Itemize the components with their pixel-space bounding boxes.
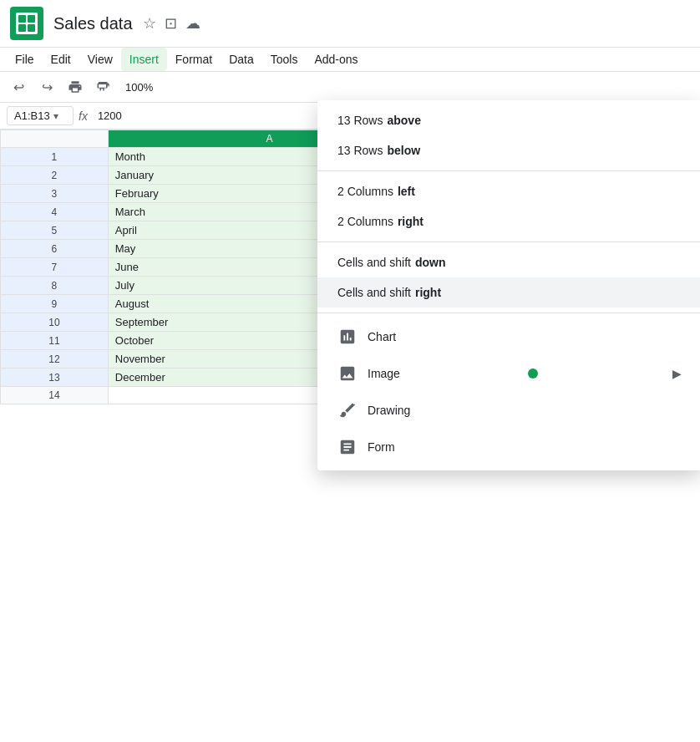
green-dot-indicator: [528, 368, 538, 379]
cols-left-label: 2 Columns left: [337, 185, 415, 198]
menu-data[interactable]: Data: [221, 48, 262, 71]
row-header-10: 10: [1, 313, 109, 332]
cell-reference[interactable]: A1:B13 ▾: [7, 106, 74, 125]
cells-shift-down-label: Cells and shift down: [337, 256, 445, 269]
cols-right-label: 2 Columns right: [337, 215, 424, 228]
cell-ref-value: A1:B13: [14, 109, 50, 122]
row-header-1: 1: [1, 148, 109, 166]
insert-cells-shift-down[interactable]: Cells and shift down: [317, 247, 700, 277]
insert-rows-below[interactable]: 13 Rows below: [317, 135, 700, 165]
paint-format-button[interactable]: [92, 75, 115, 99]
insert-drawing[interactable]: Drawing: [317, 392, 700, 429]
image-icon: [337, 363, 358, 384]
row-header-3: 3: [1, 185, 109, 203]
file-title: Sales data: [53, 14, 133, 33]
image-label: Image: [368, 367, 400, 380]
save-icon[interactable]: ⊡: [165, 14, 177, 33]
insert-cols-left[interactable]: 2 Columns left: [317, 176, 700, 206]
undo-button[interactable]: ↩: [7, 75, 30, 99]
menu-view[interactable]: View: [79, 48, 121, 71]
cloud-icon[interactable]: ☁: [185, 14, 200, 33]
row-header-11: 11: [1, 332, 109, 350]
rows-above-label: 13 Rows above: [337, 114, 421, 127]
menubar: File Edit View Insert Format Data Tools …: [0, 48, 700, 72]
arrow-right-icon: ▶: [672, 367, 682, 380]
row-header-13: 13: [1, 368, 109, 387]
zoom-level[interactable]: 100%: [120, 78, 158, 97]
fx-icon: fx: [79, 109, 88, 123]
cells-shift-right-label: Cells and shift right: [337, 286, 441, 299]
row-header-9: 9: [1, 295, 109, 313]
app-logo: [10, 7, 43, 40]
row-header-6: 6: [1, 240, 109, 258]
print-button[interactable]: [63, 75, 87, 99]
divider-3: [317, 313, 700, 313]
row-header-14: 14: [1, 387, 109, 404]
row-header-12: 12: [1, 350, 109, 368]
toolbar: ↩ ↪ 100%: [0, 72, 700, 103]
form-icon: [337, 437, 358, 457]
chart-icon: [337, 327, 358, 347]
row-header-2: 2: [1, 166, 109, 185]
drawing-icon: [337, 400, 358, 420]
star-icon[interactable]: ☆: [143, 14, 156, 33]
corner-header: [1, 130, 109, 148]
divider-2: [317, 241, 700, 242]
insert-cols-right[interactable]: 2 Columns right: [317, 206, 700, 236]
row-header-4: 4: [1, 203, 109, 221]
menu-tools[interactable]: Tools: [262, 48, 307, 71]
header: Sales data ☆ ⊡ ☁: [0, 0, 700, 48]
insert-dropdown-menu: 13 Rows above 13 Rows below 2 Columns le…: [317, 100, 700, 470]
menu-addons[interactable]: Add-ons: [306, 48, 366, 71]
insert-rows-above[interactable]: 13 Rows above: [317, 105, 700, 135]
form-label: Form: [368, 440, 395, 454]
insert-form[interactable]: Form: [317, 429, 700, 465]
drawing-label: Drawing: [368, 404, 410, 417]
insert-chart[interactable]: Chart: [317, 318, 700, 355]
insert-image[interactable]: Image ▶: [317, 355, 700, 392]
dropdown-arrow-icon: ▾: [53, 110, 58, 122]
header-icons: ☆ ⊡ ☁: [143, 14, 200, 33]
menu-format[interactable]: Format: [167, 48, 221, 71]
menu-file[interactable]: File: [7, 48, 43, 71]
row-header-7: 7: [1, 258, 109, 277]
chart-label: Chart: [368, 330, 396, 343]
divider-1: [317, 170, 700, 171]
menu-edit[interactable]: Edit: [43, 48, 79, 71]
row-header-5: 5: [1, 221, 109, 240]
formula-value: 1200: [93, 107, 127, 125]
row-header-8: 8: [1, 277, 109, 295]
menu-insert[interactable]: Insert: [121, 48, 167, 71]
insert-cells-shift-right[interactable]: Cells and shift right: [317, 277, 700, 307]
rows-below-label: 13 Rows below: [337, 144, 420, 157]
redo-button[interactable]: ↪: [35, 75, 58, 99]
